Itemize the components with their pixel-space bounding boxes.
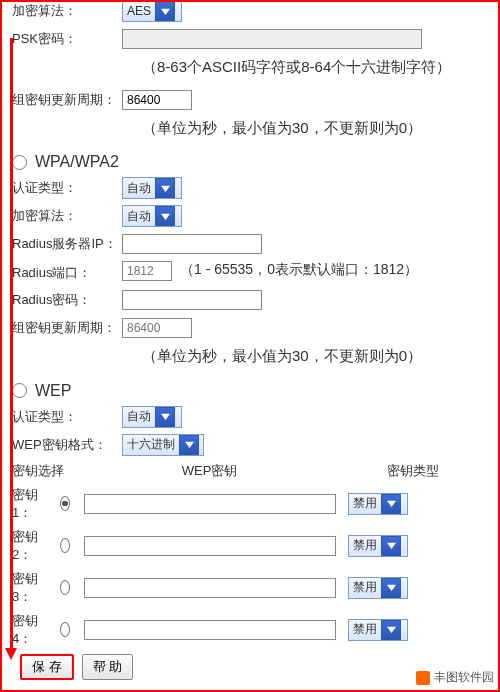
group-key-period-label: 组密钥更新周期： bbox=[12, 91, 122, 109]
psk-password-input[interactable] bbox=[122, 29, 422, 49]
watermark-logo-icon bbox=[416, 671, 430, 685]
wep-fmt-label: WEP密钥格式： bbox=[12, 436, 122, 454]
wep-key-label: 密钥 4： bbox=[12, 612, 60, 648]
wep-key-label: 密钥 2： bbox=[12, 528, 60, 564]
wpa-auth-value: 自动 bbox=[127, 180, 151, 197]
wep-auth-value: 自动 bbox=[127, 408, 151, 425]
wep-key-row: 密钥 2：禁用 bbox=[12, 528, 488, 564]
wep-key-row: 密钥 3：禁用 bbox=[12, 570, 488, 606]
svg-marker-4 bbox=[185, 442, 194, 448]
encrypt-algo-select[interactable]: AES bbox=[122, 0, 182, 22]
wpa-enc-value: 自动 bbox=[127, 208, 151, 225]
wep-key-label: 密钥 1： bbox=[12, 486, 60, 522]
wep-fmt-value: 十六进制 bbox=[127, 436, 175, 453]
watermark: 丰图软件园 bbox=[416, 669, 494, 686]
wpa-period-hint: （单位为秒，最小值为30，不更新则为0） bbox=[142, 345, 488, 368]
svg-marker-2 bbox=[161, 213, 170, 219]
wep-key-row: 密钥 4：禁用 bbox=[12, 612, 488, 648]
encrypt-algo-label: 加密算法： bbox=[12, 2, 122, 20]
wep-key-type-value: 禁用 bbox=[353, 495, 377, 512]
svg-marker-7 bbox=[387, 585, 396, 591]
dropdown-arrow-icon bbox=[155, 1, 175, 21]
wep-key-input[interactable] bbox=[84, 578, 336, 598]
wep-col-select: 密钥选择 bbox=[12, 462, 82, 480]
wep-key-input[interactable] bbox=[84, 620, 336, 640]
group-key-period-input[interactable] bbox=[122, 90, 192, 110]
dropdown-arrow-icon bbox=[381, 620, 401, 640]
wpa-group-period-label: 组密钥更新周期： bbox=[12, 319, 122, 337]
watermark-text: 丰图软件园 bbox=[434, 669, 494, 686]
save-button[interactable]: 保 存 bbox=[20, 654, 74, 680]
dropdown-arrow-icon bbox=[179, 435, 199, 455]
radius-pw-input[interactable] bbox=[122, 290, 262, 310]
dropdown-arrow-icon bbox=[381, 536, 401, 556]
wep-key-type-select[interactable]: 禁用 bbox=[348, 535, 408, 557]
wep-key-input[interactable] bbox=[84, 494, 336, 514]
wep-key-radio[interactable] bbox=[60, 580, 70, 595]
wep-key-input[interactable] bbox=[84, 536, 336, 556]
radius-port-input[interactable] bbox=[122, 261, 172, 281]
wep-key-radio[interactable] bbox=[60, 538, 70, 553]
wep-fmt-select[interactable]: 十六进制 bbox=[122, 434, 204, 456]
wep-key-type-value: 禁用 bbox=[353, 621, 377, 638]
help-button[interactable]: 帮 助 bbox=[82, 654, 134, 680]
dropdown-arrow-icon bbox=[381, 578, 401, 598]
svg-marker-6 bbox=[387, 543, 396, 549]
dropdown-arrow-icon bbox=[381, 494, 401, 514]
wep-key-type-value: 禁用 bbox=[353, 579, 377, 596]
dropdown-arrow-icon bbox=[155, 407, 175, 427]
wep-key-type-select[interactable]: 禁用 bbox=[348, 577, 408, 599]
radius-ip-label: Radius服务器IP： bbox=[12, 235, 122, 253]
wep-section-title: WEP bbox=[35, 382, 71, 400]
wep-key-type-select[interactable]: 禁用 bbox=[348, 619, 408, 641]
svg-marker-1 bbox=[161, 185, 170, 191]
wep-radio[interactable] bbox=[12, 383, 27, 398]
wep-key-radio[interactable] bbox=[60, 496, 70, 511]
svg-marker-3 bbox=[161, 414, 170, 420]
svg-marker-5 bbox=[387, 501, 396, 507]
wpa-auth-label: 认证类型： bbox=[12, 179, 122, 197]
psk-password-label: PSK密码： bbox=[12, 30, 122, 48]
wep-key-radio[interactable] bbox=[60, 622, 70, 637]
group-period-hint: （单位为秒，最小值为30，不更新则为0） bbox=[142, 117, 488, 140]
dropdown-arrow-icon bbox=[155, 178, 175, 198]
svg-marker-0 bbox=[161, 8, 170, 14]
wpa-radio[interactable] bbox=[12, 155, 27, 170]
radius-pw-label: Radius密码： bbox=[12, 291, 122, 309]
radius-port-hint: （1 - 65535，0表示默认端口：1812） bbox=[180, 261, 418, 279]
radius-port-label: Radius端口： bbox=[12, 261, 122, 282]
encrypt-algo-value: AES bbox=[127, 4, 151, 18]
psk-hint-text: （8-63个ASCII码字符或8-64个十六进制字符） bbox=[142, 56, 488, 79]
wpa-group-period-input[interactable] bbox=[122, 318, 192, 338]
wep-auth-label: 认证类型： bbox=[12, 408, 122, 426]
svg-marker-8 bbox=[387, 627, 396, 633]
wep-key-type-select[interactable]: 禁用 bbox=[348, 493, 408, 515]
wep-key-label: 密钥 3： bbox=[12, 570, 60, 606]
dropdown-arrow-icon bbox=[155, 206, 175, 226]
wep-key-row: 密钥 1：禁用 bbox=[12, 486, 488, 522]
radius-ip-input[interactable] bbox=[122, 234, 262, 254]
wpa-section-title: WPA/WPA2 bbox=[35, 153, 119, 171]
wpa-auth-select[interactable]: 自动 bbox=[122, 177, 182, 199]
wep-auth-select[interactable]: 自动 bbox=[122, 406, 182, 428]
wep-col-key: WEP密钥 bbox=[82, 462, 337, 480]
wpa-enc-select[interactable]: 自动 bbox=[122, 205, 182, 227]
wep-key-type-value: 禁用 bbox=[353, 537, 377, 554]
wpa-enc-label: 加密算法： bbox=[12, 207, 122, 225]
wep-col-type: 密钥类型 bbox=[337, 462, 488, 480]
